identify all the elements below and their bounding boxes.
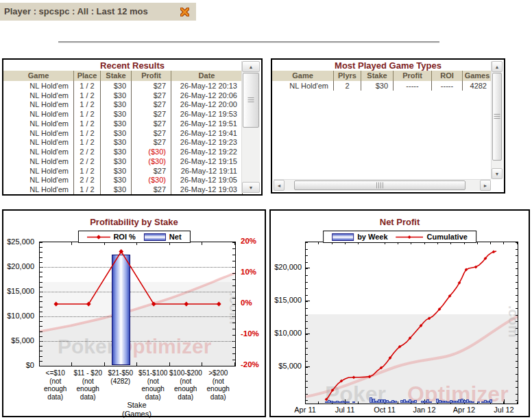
net-profit-chart: Net Profit by Week Cumulative $20,000$15… — [269, 209, 530, 417]
cell: 1 / 2 — [74, 109, 101, 119]
cell: $27 — [132, 109, 171, 119]
cell: ($30) — [132, 156, 171, 166]
x-category-label: <=$10 (not enough data) — [39, 369, 72, 401]
scroll-down-button[interactable]: ▼ — [242, 182, 260, 193]
plot-area: Poker Optimizer .com — [39, 242, 236, 366]
column-header-stake[interactable]: Stake — [361, 71, 394, 81]
arrow-down-icon: ▼ — [249, 185, 254, 190]
cell: 26-May-12 19:41 — [171, 128, 243, 138]
cell: $27 — [132, 166, 171, 176]
bar-marker-icon — [332, 233, 354, 241]
chart-title: Net Profit — [271, 217, 529, 227]
cell: 26-May-12 19:03 — [171, 185, 243, 194]
column-header-profit[interactable]: Profit — [132, 71, 171, 81]
scroll-thumb[interactable] — [294, 180, 466, 190]
cell: NL Hold'em — [3, 166, 74, 176]
table-row[interactable]: NL Hold'em1 / 2$30$2726-May-12 20:13 — [3, 81, 243, 91]
cell: $30 — [101, 100, 132, 110]
table-row[interactable]: NL Hold'em2 / 2$30($30)26-May-12 19:22 — [3, 147, 243, 156]
cell: NL Hold'em — [3, 109, 74, 119]
table-row[interactable]: NL Hold'em1 / 2$30$2726-May-12 19:41 — [3, 128, 243, 138]
cell: $27 — [132, 91, 171, 100]
recent-results-title: Recent Results — [3, 60, 261, 71]
x-axis-tick-label: Jul 12 — [487, 406, 521, 414]
cell: ----- — [432, 81, 463, 91]
arrow-down-icon: ▼ — [495, 172, 500, 176]
most-played-rows: NL Hold'em2$30----------4282 — [272, 81, 492, 91]
cell: NL Hold'em — [3, 128, 74, 138]
table-row[interactable]: NL Hold'em2 / 2$30($30)26-May-12 19:05 — [3, 176, 243, 185]
scroll-down-button[interactable]: ▼ — [492, 168, 503, 179]
most-played-vertical-scrollbar[interactable]: ▲ ▼ — [491, 61, 503, 179]
cell: 1 / 2 — [74, 128, 101, 138]
cell: 1 / 2 — [74, 119, 101, 128]
scroll-left-button[interactable]: ◄ — [274, 180, 285, 191]
table-row[interactable]: NL Hold'em1 / 2$30$2726-May-12 19:11 — [3, 166, 243, 176]
arrow-left-icon: ◄ — [277, 183, 282, 188]
table-row[interactable]: NL Hold'em1 / 2$30$2726-May-12 19:51 — [3, 119, 243, 128]
column-header-profit[interactable]: Profit — [394, 71, 432, 81]
column-header-plyrs[interactable]: Plyrs — [334, 71, 361, 81]
column-header-place[interactable]: Place — [74, 71, 101, 81]
column-header-game[interactable]: Game — [3, 71, 74, 81]
y-axis-tick-label: $20,000 — [274, 263, 302, 271]
most-played-horizontal-scrollbar[interactable]: ◄ ► — [274, 179, 491, 191]
cell: 2 / 2 — [74, 147, 101, 156]
cell: 1 / 2 — [74, 166, 101, 176]
scroll-up-button[interactable]: ▲ — [242, 61, 260, 72]
column-header-date[interactable]: Date — [171, 71, 243, 81]
table-row[interactable]: NL Hold'em1 / 2$30$2726-May-12 20:06 — [3, 91, 243, 100]
cell: $30 — [361, 81, 394, 91]
x-category-label: >$200 (not enough data) — [202, 369, 235, 401]
x-axis-tick-label: Oct 11 — [367, 406, 402, 414]
cell: NL Hold'em — [3, 91, 74, 100]
scroll-thumb[interactable] — [243, 73, 259, 128]
column-header-game[interactable]: Game — [272, 71, 334, 81]
table-row[interactable]: NL Hold'em1 / 2$30$2726-May-12 19:53 — [3, 109, 243, 119]
cell: $30 — [101, 147, 132, 156]
section-divider — [58, 41, 439, 43]
close-icon[interactable] — [180, 8, 189, 16]
column-header-stake[interactable]: Stake — [101, 71, 132, 81]
profitability-by-stake-chart: Profitability by Stake ROI % Net $25,000… — [2, 209, 266, 417]
scroll-right-button[interactable]: ► — [480, 180, 491, 191]
right-axis-labels: 20%10%0%-10%-20% — [237, 211, 267, 416]
column-header-roi[interactable]: ROI — [432, 71, 463, 81]
y-axis-tick-label: $0 — [26, 361, 34, 369]
table-row[interactable]: NL Hold'em1 / 2$30$2726-May-12 19:03 — [3, 185, 243, 194]
recent-results-vertical-scrollbar[interactable]: ▲ ▼ — [241, 61, 260, 193]
roi-line-series — [40, 242, 235, 366]
table-row[interactable]: NL Hold'em2 / 2$30($30)26-May-12 19:15 — [3, 156, 243, 166]
cell: ($30) — [132, 147, 171, 156]
thumb-grip-icon — [376, 183, 383, 189]
most-played-title: Most Played Game Types — [272, 60, 504, 71]
cell: 26-May-12 19:51 — [171, 119, 243, 128]
legend-item-net: Net — [144, 233, 182, 241]
cell: NL Hold'em — [3, 156, 74, 166]
cell: $30 — [101, 128, 132, 138]
cell: $30 — [101, 109, 132, 119]
cell: NL Hold'em — [3, 185, 74, 194]
cell: $27 — [132, 100, 171, 110]
cell: $30 — [101, 166, 132, 176]
cell: $30 — [101, 81, 132, 91]
cell: 26-May-12 20:06 — [171, 91, 243, 100]
cell: 2 / 2 — [74, 176, 101, 185]
table-row[interactable]: NL Hold'em1 / 2$30$2726-May-12 20:00 — [3, 100, 243, 110]
cell: NL Hold'em — [3, 138, 74, 148]
most-played-panel: Most Played Game Types GamePlyrsStakePro… — [271, 58, 505, 194]
right-axis-tick-label: 20% — [241, 237, 256, 245]
x-category-labels: <=$10 (not enough data)$11 - $20 (not en… — [39, 369, 234, 401]
cell: $30 — [101, 176, 132, 185]
table-row[interactable]: NL Hold'em2$30----------4282 — [272, 81, 492, 91]
table-row[interactable]: NL Hold'em1 / 2$30$2726-May-12 19:23 — [3, 138, 243, 148]
y-axis-tick-label: $25,000 — [7, 237, 34, 246]
column-header-games[interactable]: Games — [463, 71, 492, 81]
legend-label: Cumulative — [427, 233, 468, 241]
scroll-thumb[interactable] — [492, 73, 502, 161]
cell: $30 — [101, 91, 132, 100]
scroll-up-button[interactable]: ▲ — [492, 61, 503, 72]
right-axis-tick-label: -10% — [241, 329, 259, 338]
chart-title: Profitability by Stake — [3, 217, 265, 227]
right-axis-tick-label: 10% — [241, 268, 256, 276]
